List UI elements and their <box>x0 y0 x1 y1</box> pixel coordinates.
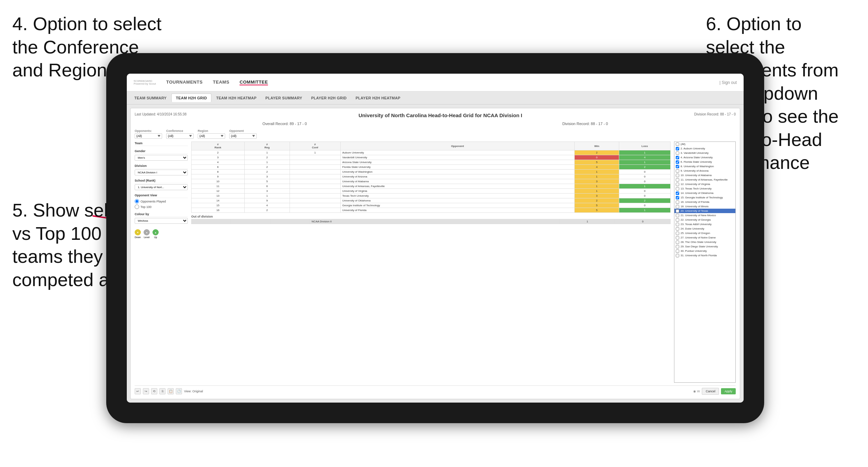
undo-btn[interactable]: ↩ <box>135 388 141 394</box>
dropdown-item[interactable]: 20. University of Texas <box>674 209 735 213</box>
nav-items: TOURNAMENTS TEAMS COMMITTEE <box>166 79 720 85</box>
dropdown-item[interactable]: 27. University of Notre Dame <box>674 235 735 240</box>
table-row: 15 4 Georgia Institute of Technology 5 0 <box>192 203 671 208</box>
reset-btn[interactable]: ⟲ <box>151 388 157 394</box>
dropdown-item[interactable]: 31. University of North Florida <box>674 253 735 258</box>
table-row: 9 3 University of Arizona 1 0 <box>192 174 671 179</box>
app-nav: 5C0REBOARD Powered by Scout TOURNAMENTS … <box>127 74 744 91</box>
table-container: #Rank #Reg #Conf Opponent Win Loss 2 <box>191 142 671 383</box>
table-row: 13 1 Texas Tech University 3 0 <box>192 194 671 198</box>
cancel-button[interactable]: Cancel <box>702 388 719 395</box>
opponent-view-section: Opponent View Opponents Played Top 100 <box>135 194 188 209</box>
toolbar-left: ↩ ↪ ⟲ ⎘ 📋 🕐 View: Original <box>135 388 203 394</box>
col-reg: #Reg <box>244 142 290 150</box>
dropdown-item[interactable]: 10. University of Alabama <box>674 173 735 177</box>
dropdown-item[interactable]: 12. University of Virginia <box>674 182 735 186</box>
dropdown-item[interactable]: 16. University of Florida <box>674 200 735 204</box>
division-label: Division <box>135 164 188 169</box>
division-record: Division Record: 88 - 17 - 0 <box>694 112 736 116</box>
radio-opponents-played[interactable]: Opponents Played <box>135 199 188 204</box>
content-area: Team Gender Men's Division NCAA Division <box>135 142 736 383</box>
table-row: 11 6 University of Arkansas, Fayettevill… <box>192 184 671 189</box>
school-select[interactable]: 1. University of Nort... <box>135 184 188 190</box>
table-row: 3 2 Vanderbilt University 0 4 <box>192 155 671 160</box>
gender-label: Gender <box>135 149 188 154</box>
redo-btn[interactable]: ↪ <box>143 388 149 394</box>
dropdown-item[interactable]: 29. San Diego State University <box>674 244 735 249</box>
dropdown-item[interactable]: 22. University of Georgia <box>674 218 735 222</box>
table-row: 2 1 1 Auburn University 2 1 <box>192 150 671 155</box>
col-loss: Loss <box>619 142 670 150</box>
dropdown-item[interactable]: 8. University of Washington <box>674 164 735 169</box>
report-header: Last Updated: 4/10/2024 16:55:38 Univers… <box>135 112 736 118</box>
ncaa-win: 1 <box>560 219 615 224</box>
team-section-title: Team <box>135 142 188 146</box>
opponent-filter: Opponent (All) <box>229 129 257 139</box>
dropdown-item[interactable]: 11. University of Arkansas, Fayetteville <box>674 177 735 182</box>
nav-committee[interactable]: COMMITTEE <box>240 79 268 85</box>
sub-nav: TEAM SUMMARY TEAM H2H GRID TEAM H2H HEAT… <box>127 91 744 105</box>
dropdown-item[interactable]: (All) <box>674 142 735 146</box>
nav-tournaments[interactable]: TOURNAMENTS <box>166 79 203 85</box>
subnav-player-summary[interactable]: PLAYER SUMMARY <box>261 94 306 102</box>
conference-label: Conference <box>166 129 194 133</box>
dropdown-panel: (All)2. Auburn University3. Vanderbilt U… <box>674 142 736 383</box>
dropdown-item[interactable]: 2. Auburn University <box>674 146 735 151</box>
region-select[interactable]: (All) <box>198 133 225 139</box>
data-table: #Rank #Reg #Conf Opponent Win Loss 2 <box>191 142 671 213</box>
dropdown-item[interactable]: 4. Arizona State University <box>674 155 735 160</box>
opponent-select[interactable]: (All) <box>229 133 257 139</box>
opponents-select[interactable]: (All) <box>135 133 162 139</box>
out-of-division-table: NCAA Division II 1 0 <box>191 219 671 224</box>
dropdown-item[interactable]: 15. Georgia Institute of Technology <box>674 195 735 200</box>
report-panel: Last Updated: 4/10/2024 16:55:38 Univers… <box>130 108 740 399</box>
dropdown-item[interactable]: 3. Vanderbilt University <box>674 151 735 155</box>
subnav-team-h2h-heatmap[interactable]: TEAM H2H HEATMAP <box>212 94 261 102</box>
ncaa-loss: 0 <box>615 219 671 224</box>
subnav-team-h2h-grid[interactable]: TEAM H2H GRID <box>171 94 211 102</box>
clock-btn[interactable]: 🕐 <box>176 388 182 394</box>
table-row: 12 3 University of Virginia 1 0 <box>192 189 671 194</box>
legend-level: ● <box>144 229 150 235</box>
dropdown-item[interactable]: 14. University of Oklahoma <box>674 191 735 195</box>
dropdown-item[interactable]: 24. Duke University <box>674 226 735 231</box>
copy-btn[interactable]: ⎘ <box>159 388 166 394</box>
division-select[interactable]: NCAA Division I <box>135 170 188 175</box>
opponent-view-title: Opponent View <box>135 194 188 198</box>
nav-signout[interactable]: | Sign out <box>720 80 737 85</box>
tablet-frame: 5C0REBOARD Powered by Scout TOURNAMENTS … <box>106 53 764 423</box>
dropdown-item[interactable]: 13. Texas Tech University <box>674 186 735 191</box>
conference-filter: Conference (All) <box>166 129 194 139</box>
dropdown-item[interactable]: 30. Purdue University <box>674 249 735 253</box>
filters-row: Opponents: (All) Conference (All) Region <box>135 129 736 139</box>
team-section: Team <box>135 142 188 146</box>
region-filter: Region (All) <box>198 129 225 139</box>
tablet-screen: 5C0REBOARD Powered by Scout TOURNAMENTS … <box>127 74 744 403</box>
dropdown-item[interactable]: 18. University of Illinois <box>674 204 735 209</box>
dropdown-item[interactable]: 25. University of Oregon <box>674 231 735 235</box>
dropdown-item[interactable]: 28. The Ohio State University <box>674 240 735 244</box>
school-section: School (Rank) 1. University of Nort... <box>135 179 188 190</box>
region-label: Region <box>198 129 225 133</box>
dropdown-item[interactable]: 21. University of New Mexico <box>674 213 735 218</box>
dropdown-item[interactable]: 6. Florida State University <box>674 160 735 164</box>
table-row: 6 2 Florida State University 4 2 <box>192 165 671 170</box>
colour-section: Colour by Win/loss <box>135 212 188 224</box>
gender-select[interactable]: Men's <box>135 155 188 161</box>
toolbar-right: ◉ W Cancel Apply <box>693 388 736 395</box>
ncaa-row: NCAA Division II 1 0 <box>192 219 671 224</box>
dropdown-item[interactable]: 9. University of Arizona <box>674 169 735 173</box>
radio-top100[interactable]: Top 100 <box>135 205 188 209</box>
subnav-team-summary[interactable]: TEAM SUMMARY <box>130 94 171 102</box>
subnav-player-h2h-heatmap[interactable]: PLAYER H2H HEATMAP <box>352 94 405 102</box>
paste-btn[interactable]: 📋 <box>168 388 174 394</box>
conference-select[interactable]: (All) <box>166 133 194 139</box>
apply-button[interactable]: Apply <box>721 388 736 394</box>
table-row: 10 5 University of Alabama 3 0 <box>192 179 671 184</box>
nav-teams[interactable]: TEAMS <box>213 79 229 85</box>
subnav-player-h2h-grid[interactable]: PLAYER H2H GRID <box>307 94 351 102</box>
table-row: 14 9 University of Oklahoma 2 2 <box>192 198 671 203</box>
legend-down: ▼ <box>135 229 141 235</box>
colour-select[interactable]: Win/loss <box>135 218 188 224</box>
dropdown-item[interactable]: 23. Texas A&M University <box>674 222 735 226</box>
